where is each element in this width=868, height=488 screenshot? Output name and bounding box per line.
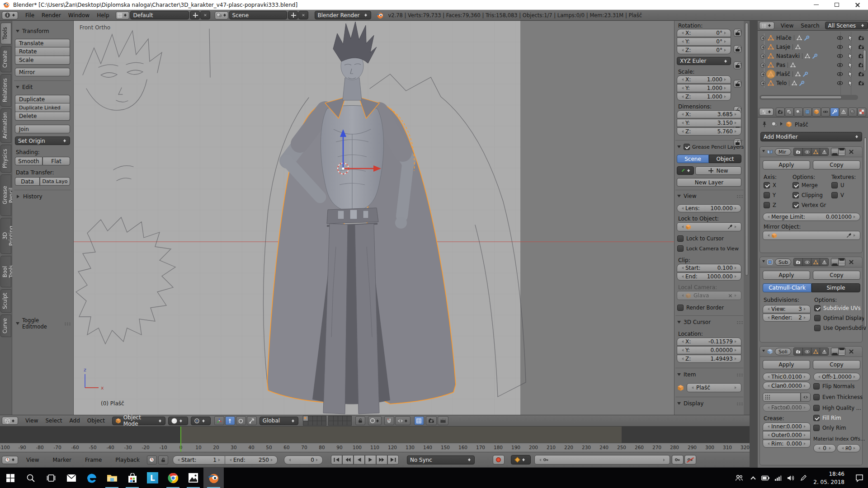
delete-modifier-icon[interactable] xyxy=(848,258,855,266)
editmode-toggle-icon[interactable] xyxy=(813,260,818,265)
timeline-ruler[interactable]: -100-90-80-70-60-50-40-30-20-10010203040… xyxy=(0,443,750,452)
selectable-cursor-icon[interactable] xyxy=(848,35,854,41)
rotation-y-lock[interactable] xyxy=(734,45,741,53)
current-frame-line[interactable] xyxy=(180,427,181,452)
clip-start-field[interactable]: Start:0.100 xyxy=(677,264,741,272)
tab-tools[interactable]: Tools xyxy=(0,23,11,44)
lens-field[interactable]: Lens:100.000 xyxy=(677,204,741,212)
rotate-manipulator-button[interactable] xyxy=(236,416,246,425)
play-reverse-button[interactable] xyxy=(354,455,365,465)
gp-new-button[interactable]: New xyxy=(695,166,741,175)
tab-object[interactable] xyxy=(812,108,821,117)
mirror-axis-y-checkbox[interactable] xyxy=(764,192,770,198)
panel-drag-dots[interactable] xyxy=(64,322,71,325)
play-button[interactable] xyxy=(365,455,376,465)
layout-add-button[interactable] xyxy=(190,11,200,19)
jump-to-start-button[interactable] xyxy=(331,455,342,465)
mirror-axis-z-checkbox[interactable] xyxy=(764,202,770,208)
tray-expand-chevron[interactable] xyxy=(747,468,759,488)
visibility-eye-icon[interactable] xyxy=(837,44,843,50)
cage-toggle-icon[interactable] xyxy=(822,150,827,155)
tab-render[interactable] xyxy=(776,108,785,117)
mirror-clipping-checkbox[interactable] xyxy=(793,192,799,198)
item-section-header[interactable]: Item xyxy=(676,371,743,378)
snap-button[interactable] xyxy=(384,416,394,425)
visibility-eye-icon[interactable] xyxy=(837,35,843,41)
gp-new-layer-button[interactable]: New Layer xyxy=(677,178,741,187)
data-layout-button[interactable]: Data Layo xyxy=(40,177,70,186)
scene-icon-button[interactable] xyxy=(215,11,228,19)
selectable-cursor-icon[interactable] xyxy=(848,80,854,86)
tab-curve[interactable]: Curve xyxy=(0,314,11,337)
tab-scene[interactable] xyxy=(794,108,803,117)
grease-pencil-layers-header[interactable]: Grease Pencil Layers xyxy=(676,144,743,150)
timeline-menu-playback[interactable]: Playback xyxy=(112,457,143,463)
tab-physics[interactable]: Physics xyxy=(0,145,11,173)
lock-range-button[interactable] xyxy=(158,455,168,465)
render-toggle-icon[interactable] xyxy=(796,260,801,265)
task-view-button[interactable] xyxy=(41,468,61,488)
keying-set-type-dropdown[interactable] xyxy=(511,455,531,465)
rotation-mode-lock[interactable] xyxy=(734,80,741,88)
delete-button[interactable]: Delete xyxy=(15,112,70,121)
outliner-row-hlace[interactable]: Hlače xyxy=(758,33,868,42)
duplicate-button[interactable]: Duplicate xyxy=(15,95,70,103)
catmull-clark-button[interactable]: Catmull-Clark xyxy=(763,283,811,292)
frame-end-field[interactable]: End:250 xyxy=(225,455,278,465)
viewport-shading-dropdown[interactable] xyxy=(168,417,188,425)
duplicate-linked-button[interactable]: Duplicate Linked xyxy=(15,103,70,112)
viewport-toggle-icon[interactable] xyxy=(805,349,810,354)
mirror-modifier-header[interactable]: Mir xyxy=(760,147,862,157)
volume-tray-icon[interactable] xyxy=(784,468,797,488)
action-center-icon[interactable] xyxy=(851,468,868,488)
cursor-y-field[interactable]: Y:0.00000 xyxy=(677,346,741,354)
chrome-browser-icon[interactable] xyxy=(163,468,183,488)
panel-drag-dots[interactable] xyxy=(736,321,743,324)
rotation-z-lock[interactable] xyxy=(734,61,741,69)
mirror-merge-checkbox[interactable] xyxy=(793,182,799,188)
tab-grease-pencil[interactable]: Grease Pencil xyxy=(0,174,11,216)
outliner-row-pas[interactable]: Pas xyxy=(758,61,868,70)
dimensions-z-field[interactable]: Z:5.760 xyxy=(677,127,741,136)
lock-to-scene-button[interactable] xyxy=(355,416,365,425)
lock-to-cursor-checkbox[interactable] xyxy=(677,235,684,242)
editmode-toggle-icon[interactable] xyxy=(813,349,818,354)
expand-icon[interactable] xyxy=(760,63,765,68)
snap-element-dropdown[interactable] xyxy=(395,416,410,425)
expand-icon[interactable] xyxy=(760,54,765,59)
move-up-icon[interactable] xyxy=(831,348,838,355)
mirror-button[interactable]: Mirror xyxy=(15,68,70,76)
minimize-button[interactable] xyxy=(806,0,826,10)
subsurf-copy-button[interactable]: Copy xyxy=(813,271,860,280)
rotation-y-field[interactable]: Y:0° xyxy=(677,38,731,46)
modifier-name-field[interactable]: Mir xyxy=(775,148,791,155)
simple-button[interactable]: Simple xyxy=(811,283,860,292)
crease-rim-field[interactable]: Rim:0.000 xyxy=(763,440,811,448)
tab-animation[interactable]: Animation xyxy=(0,108,11,143)
pivot-point-dropdown[interactable] xyxy=(191,417,211,425)
fill-rim-checkbox[interactable] xyxy=(813,415,820,421)
battery-tray-icon[interactable] xyxy=(759,468,772,488)
photos-app-icon[interactable] xyxy=(183,468,203,488)
last-operator-panel-header[interactable]: Toggle Editmode xyxy=(15,317,71,330)
flip-normals-checkbox[interactable] xyxy=(813,383,820,389)
n-panel-scroll-track[interactable] xyxy=(744,21,750,415)
editmode-toggle-icon[interactable] xyxy=(813,150,818,155)
dimensions-x-field[interactable]: X:3.685 xyxy=(677,110,741,118)
editor-type-timeline-dropdown[interactable] xyxy=(2,456,18,464)
shade-smooth-button[interactable]: Smooth xyxy=(15,157,42,165)
crease-inner-field[interactable]: Inner:0.000 xyxy=(763,422,811,431)
mirror-vertexgroups-checkbox[interactable] xyxy=(793,202,799,208)
timeline-menu-frame[interactable]: Frame xyxy=(81,457,105,463)
select-menu[interactable]: Select xyxy=(42,418,66,424)
visibility-eye-icon[interactable] xyxy=(837,71,843,77)
renderable-camera-icon[interactable] xyxy=(858,35,864,41)
n-panel-scroll-thumb[interactable] xyxy=(745,23,748,276)
expand-icon[interactable] xyxy=(762,150,765,154)
visibility-eye-icon[interactable] xyxy=(837,80,843,86)
scale-button[interactable]: Scale xyxy=(15,56,70,65)
layers-widget[interactable] xyxy=(303,416,352,426)
timeline-menu-view[interactable]: View xyxy=(23,457,42,463)
network-tray-icon[interactable] xyxy=(772,468,784,488)
scene-selector[interactable]: Scene xyxy=(229,11,287,19)
